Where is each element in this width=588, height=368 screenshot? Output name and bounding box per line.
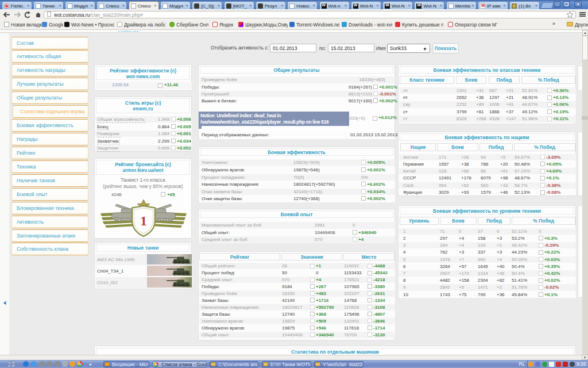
svg-text:1: 1 xyxy=(140,213,147,228)
